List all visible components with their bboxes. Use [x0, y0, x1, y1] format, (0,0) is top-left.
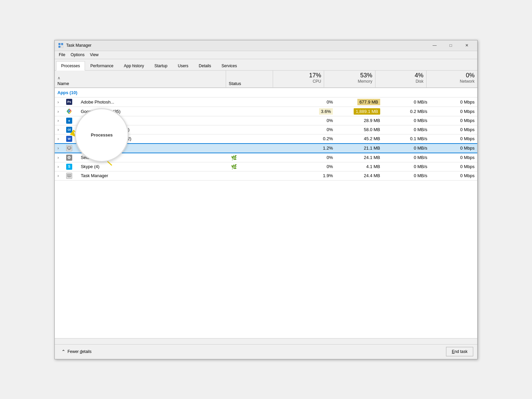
sort-arrow-icon: ∧	[57, 76, 223, 80]
col-cpu-header[interactable]: 17% CPU	[273, 71, 324, 87]
process-name: Screen Reader	[78, 144, 228, 153]
col-memory-header[interactable]: 53% Memory	[324, 71, 375, 87]
expand-icon[interactable]: ›	[55, 162, 63, 171]
list-item[interactable]: › Screen Reader	[55, 144, 477, 153]
disk-value: 0 MB/s	[383, 116, 430, 125]
network-value: 0 Mbps	[430, 144, 477, 153]
name-header-label: Name	[57, 81, 223, 86]
list-item[interactable]: › Ps Adobe Photosh... 0% 677.9 MB 0 MB/s…	[55, 97, 477, 107]
list-item[interactable]: › ⚙ Settings 🌿 0% 24.1 MB 0 MB/s 0 Mbps	[55, 153, 477, 162]
status-value	[228, 116, 289, 125]
status-header-label: Status	[229, 81, 241, 86]
fewer-details-button[interactable]: ⌃ Fewer details	[59, 348, 94, 356]
content-area: ∧ Name Status 17% CPU 53% Memory 4% Disk…	[55, 71, 477, 344]
disk-value: 0 MB/s	[383, 153, 430, 162]
disk-value: 0 MB/s	[383, 162, 430, 171]
cpu-value: 0%	[289, 125, 336, 134]
network-label: Network	[460, 79, 475, 84]
chrome-icon	[66, 108, 72, 114]
list-item[interactable]: › W Microsoft Word (32 bit) (2) 0.2% 45.…	[55, 134, 477, 144]
expand-icon[interactable]: ›	[55, 125, 63, 134]
memory-value: 24.1 MB	[336, 153, 383, 162]
screen-reader-icon	[66, 145, 72, 151]
tab-users[interactable]: Users	[173, 61, 193, 70]
tab-startup[interactable]: Startup	[149, 61, 173, 70]
process-table: Apps (10) › Ps Adobe Photosh... 0% 677.9…	[55, 88, 477, 181]
expand-icon[interactable]: ›	[55, 107, 63, 116]
tab-performance[interactable]: Performance	[85, 61, 119, 70]
tab-processes[interactable]: Processes	[56, 61, 85, 71]
menu-options[interactable]: Options	[68, 52, 87, 58]
window-title: Task Manager	[66, 43, 427, 48]
network-value: 0 Mbps	[430, 116, 477, 125]
network-value: 0 Mbps	[430, 125, 477, 134]
process-icon: W	[63, 134, 78, 144]
process-icon: e	[63, 116, 78, 125]
edge-icon: e	[66, 118, 72, 124]
process-list[interactable]: Processes Apps (10) › Ps Adobe Phot	[55, 88, 477, 338]
cpu-pct: 17%	[309, 72, 321, 79]
network-value: 0 Mbps	[430, 162, 477, 171]
cpu-value: 0.2%	[289, 134, 336, 144]
process-name: Settings	[78, 153, 228, 162]
status-value	[228, 125, 289, 134]
expand-icon[interactable]: ›	[55, 97, 63, 107]
disk-value: 0 MB/s	[383, 171, 430, 180]
memory-value: 1,889.1 MB	[336, 107, 383, 116]
menu-view[interactable]: View	[87, 52, 101, 58]
disk-value: 0.2 MB/s	[383, 107, 430, 116]
expand-icon[interactable]: ›	[55, 144, 63, 153]
col-name-header[interactable]: ∧ Name	[55, 71, 226, 87]
list-item[interactable]: ›	[55, 107, 477, 116]
process-name: Task Manager	[78, 171, 228, 180]
disk-pct: 4%	[415, 72, 424, 79]
expand-icon[interactable]: ›	[55, 171, 63, 180]
list-item[interactable]: › S Skype (4) 🌿 0% 4.1 MB 0 MB/s 0 Mbps	[55, 162, 477, 171]
list-item[interactable]: › Ol Microsoft Outlook (32 bit) 0% 58.0 …	[55, 125, 477, 134]
svg-rect-9	[68, 147, 71, 149]
svg-rect-1	[61, 43, 63, 45]
end-task-button[interactable]: End task	[446, 347, 473, 356]
minimize-button[interactable]: —	[427, 41, 442, 50]
col-status-header[interactable]: Status	[226, 71, 273, 87]
expand-icon[interactable]: ›	[55, 134, 63, 144]
list-item[interactable]: › e Microsoft Edge (10) 0% 28.9 MB 0 MB/…	[55, 116, 477, 125]
svg-point-7	[68, 110, 70, 112]
col-network-header[interactable]: 0% Network	[427, 71, 477, 87]
fewer-details-label: Fewer details	[68, 349, 91, 354]
horizontal-scrollbar[interactable]	[55, 338, 477, 344]
status-value	[228, 171, 289, 180]
menu-file[interactable]: File	[56, 52, 68, 58]
expand-icon[interactable]: ›	[55, 153, 63, 162]
process-icon	[63, 107, 78, 116]
status-value	[228, 134, 289, 144]
expand-icon[interactable]: ›	[55, 116, 63, 125]
memory-value: 677.9 MB	[336, 97, 383, 107]
cpu-value: 0%	[289, 162, 336, 171]
col-disk-header[interactable]: 4% Disk	[375, 71, 427, 87]
tab-details[interactable]: Details	[194, 61, 216, 70]
process-name: Adobe Photosh...	[78, 97, 228, 107]
tab-app-history[interactable]: App history	[119, 61, 149, 70]
memory-label: Memory	[358, 79, 372, 84]
eco-icon: 🌿	[231, 164, 237, 169]
word-icon: W	[66, 136, 72, 142]
cpu-value: 0%	[289, 116, 336, 125]
close-button[interactable]: ✕	[459, 41, 475, 50]
disk-label: Disk	[415, 79, 423, 84]
memory-value: 45.2 MB	[336, 134, 383, 144]
apps-group-label: Apps (10)	[55, 88, 430, 97]
disk-value: 0 MB/s	[383, 144, 430, 153]
task-manager-window: Task Manager — □ ✕ File Options View Pro…	[54, 40, 478, 359]
maximize-button[interactable]: □	[443, 41, 458, 50]
process-icon	[63, 144, 78, 153]
tab-services[interactable]: Services	[217, 61, 242, 70]
process-name: Microsoft Word (32 bit) (2)	[78, 134, 228, 144]
process-icon: ⚙	[63, 153, 78, 162]
process-icon: Ps	[63, 97, 78, 107]
process-icon: Ol	[63, 125, 78, 134]
apps-group-header: Apps (10)	[55, 88, 477, 97]
memory-value: 24.4 MB	[336, 171, 383, 180]
list-item[interactable]: › T	[55, 171, 477, 180]
svg-rect-3	[61, 46, 63, 48]
